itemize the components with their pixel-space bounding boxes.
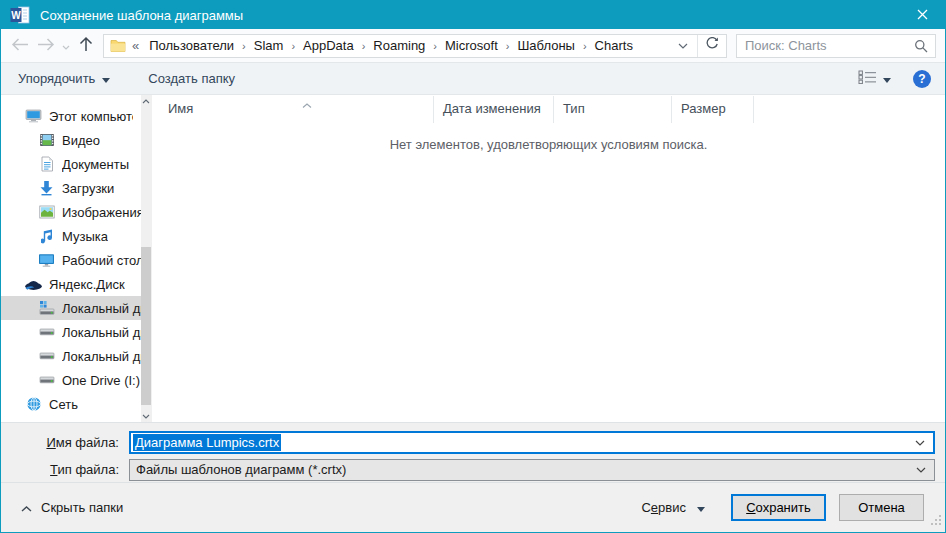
close-icon bbox=[917, 8, 928, 23]
footer-bar: Скрыть папки Сервис Сохранить Отмена bbox=[1, 482, 945, 532]
sidebar-item-label: Музыка bbox=[62, 229, 108, 244]
downloads-icon bbox=[37, 180, 56, 196]
sidebar-item-label: Изображения bbox=[62, 205, 144, 220]
sidebar-item[interactable]: Сеть bbox=[1, 392, 151, 416]
breadcrumb-item[interactable]: Шаблоны bbox=[510, 38, 582, 53]
dropdown-arrow-icon bbox=[883, 71, 891, 86]
chevron-down-icon bbox=[62, 38, 70, 53]
scroll-up-icon[interactable] bbox=[141, 95, 151, 107]
breadcrumb-item[interactable]: Пользователи bbox=[142, 38, 241, 53]
sidebar-item[interactable]: Локальный дис bbox=[1, 296, 151, 320]
back-arrow-icon bbox=[11, 38, 29, 54]
search-box bbox=[736, 34, 936, 58]
details-view-icon bbox=[858, 70, 877, 87]
filename-input[interactable]: Диаграмма Lumpics.crtx bbox=[129, 431, 935, 454]
file-list: ИмяДата измененияТипРазмер Нет элементов… bbox=[151, 95, 945, 422]
filename-dropdown-icon[interactable] bbox=[915, 440, 925, 446]
sidebar-item-label: Документы bbox=[62, 157, 129, 172]
title-bar: W Сохранение шаблона диаграммы bbox=[1, 1, 945, 29]
sort-ascending-icon bbox=[302, 96, 312, 111]
yandex-disk-icon bbox=[24, 277, 43, 291]
dropdown-arrow-icon bbox=[697, 500, 705, 515]
filetype-select[interactable]: Файлы шаблонов диаграмм (*.crtx) bbox=[129, 459, 935, 481]
breadcrumb-item[interactable]: AppData bbox=[296, 38, 361, 53]
hide-folders-button[interactable]: Скрыть папки bbox=[21, 500, 123, 515]
sidebar-scrollbar[interactable] bbox=[141, 95, 151, 422]
change-view-button[interactable] bbox=[858, 70, 891, 87]
sidebar-item-label: Рабочий стол bbox=[62, 253, 144, 268]
address-dropdown-button[interactable] bbox=[669, 43, 697, 49]
organize-button[interactable]: Упорядочить bbox=[18, 71, 110, 86]
back-button[interactable] bbox=[7, 33, 33, 59]
refresh-icon bbox=[705, 37, 719, 54]
sidebar-item-label: Загрузки bbox=[62, 181, 114, 196]
navigation-pane: Этот компьютерВидеоДокументыЗагрузкиИзоб… bbox=[1, 95, 151, 422]
sidebar-item[interactable]: Музыка bbox=[1, 224, 151, 248]
drive-icon bbox=[37, 374, 56, 386]
breadcrumb-item[interactable]: Microsoft bbox=[438, 38, 505, 53]
sidebar-item[interactable]: Документы bbox=[1, 152, 151, 176]
up-button[interactable] bbox=[73, 33, 99, 59]
dropdown-arrow-icon bbox=[102, 71, 110, 86]
sidebar-item[interactable]: One Drive (I:) bbox=[1, 368, 151, 392]
sidebar-item[interactable]: Загрузки bbox=[1, 176, 151, 200]
filename-label: Имя файла: bbox=[1, 435, 129, 450]
network-icon bbox=[24, 396, 43, 412]
sidebar-item-label: Яндекс.Диск bbox=[49, 277, 125, 292]
pictures-icon bbox=[37, 205, 56, 219]
search-icon[interactable] bbox=[914, 39, 928, 56]
drive-icon bbox=[37, 326, 56, 338]
filetype-value: Файлы шаблонов диаграмм (*.crtx) bbox=[136, 462, 346, 477]
up-arrow-icon bbox=[79, 36, 93, 55]
column-header-4[interactable]: Размер bbox=[672, 96, 754, 123]
empty-folder-message: Нет элементов, удовлетворяющих условиям … bbox=[152, 137, 945, 152]
forward-button[interactable] bbox=[33, 33, 59, 59]
help-button[interactable]: ? bbox=[913, 70, 931, 88]
navigation-bar: « Пользователи›Slam›AppData›Roaming›Micr… bbox=[1, 29, 945, 62]
folder-icon bbox=[110, 39, 126, 53]
tools-button[interactable]: Сервис bbox=[641, 500, 705, 515]
music-icon bbox=[37, 228, 56, 244]
file-fields-section: Имя файла: Диаграмма Lumpics.crtx Тип фа… bbox=[1, 422, 945, 482]
sidebar-item[interactable]: Локальный дис bbox=[1, 320, 151, 344]
resize-grip[interactable] bbox=[931, 514, 942, 529]
command-bar: Упорядочить Создать папку bbox=[1, 62, 945, 95]
breadcrumb-overflow[interactable]: « bbox=[129, 38, 142, 53]
column-header-3[interactable]: Тип bbox=[554, 96, 672, 123]
svg-text:W: W bbox=[11, 10, 21, 21]
new-folder-button[interactable]: Создать папку bbox=[148, 71, 235, 86]
refresh-button[interactable] bbox=[698, 37, 726, 54]
drive-windows-icon bbox=[37, 300, 56, 316]
close-button[interactable] bbox=[899, 1, 945, 29]
scrollbar-thumb[interactable] bbox=[141, 247, 151, 405]
save-dialog-window: W Сохранение шаблона диаграммы bbox=[0, 0, 946, 533]
sidebar-item[interactable]: Этот компьютер bbox=[1, 104, 151, 128]
breadcrumb-item[interactable]: Charts bbox=[588, 38, 640, 53]
sidebar-item[interactable]: Яндекс.Диск bbox=[1, 272, 151, 296]
filetype-label: Тип файла: bbox=[1, 462, 129, 477]
save-button[interactable]: Сохранить bbox=[731, 494, 826, 521]
breadcrumb-item[interactable]: Slam bbox=[247, 38, 291, 53]
computer-icon bbox=[24, 108, 43, 124]
command-bar-right: ? bbox=[858, 70, 931, 88]
breadcrumb-item[interactable]: Roaming bbox=[366, 38, 432, 53]
sidebar-item[interactable]: Рабочий стол bbox=[1, 248, 151, 272]
sidebar-item[interactable]: Локальный дис bbox=[1, 344, 151, 368]
new-folder-label: Создать папку bbox=[148, 71, 235, 86]
recent-locations-button[interactable] bbox=[59, 33, 73, 59]
column-header-2[interactable]: Дата изменения bbox=[434, 96, 554, 123]
column-header-1[interactable]: Имя bbox=[152, 96, 434, 123]
sidebar-item[interactable]: Изображения bbox=[1, 200, 151, 224]
tools-label: Сервис bbox=[641, 500, 686, 515]
sidebar-item[interactable]: Видео bbox=[1, 128, 151, 152]
hide-folders-label: Скрыть папки bbox=[41, 500, 123, 515]
cancel-button[interactable]: Отмена bbox=[839, 494, 924, 521]
address-bar: « Пользователи›Slam›AppData›Roaming›Micr… bbox=[103, 34, 727, 58]
filename-row: Имя файла: Диаграмма Lumpics.crtx bbox=[1, 431, 945, 454]
filetype-dropdown-icon[interactable] bbox=[916, 467, 926, 473]
scroll-down-icon[interactable] bbox=[141, 410, 151, 422]
sidebar-item-label: Локальный дис bbox=[62, 349, 146, 364]
document-icon bbox=[37, 156, 56, 172]
search-input[interactable] bbox=[737, 38, 935, 53]
word-app-icon: W bbox=[10, 6, 30, 24]
